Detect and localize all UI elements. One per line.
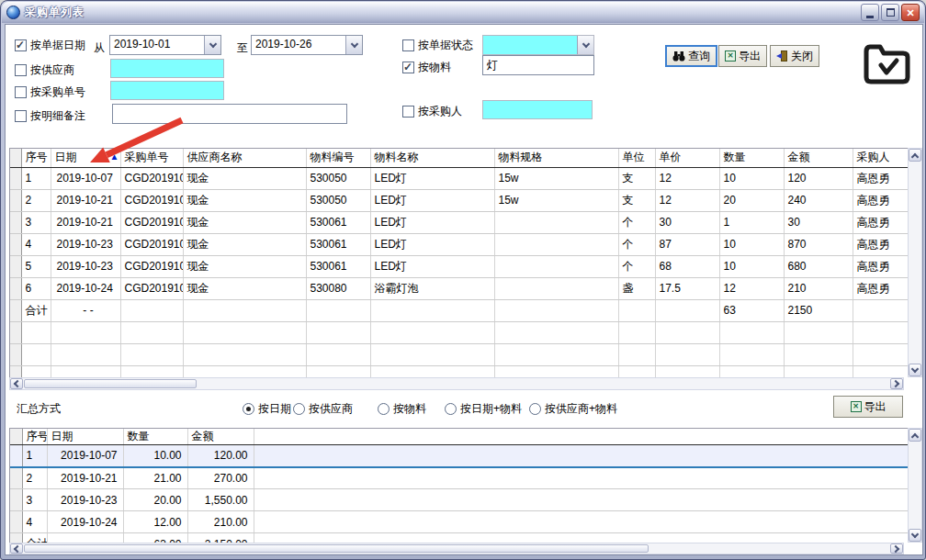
cell[interactable]: 高恩勇 bbox=[853, 211, 908, 233]
hscroll-thumb[interactable] bbox=[24, 379, 197, 388]
cell[interactable]: 4 bbox=[22, 511, 47, 533]
cell[interactable]: 2019-10-21 bbox=[51, 189, 120, 211]
col-header-seq[interactable]: 序号 bbox=[21, 149, 51, 167]
col-header-qty[interactable]: 数量 bbox=[719, 149, 784, 167]
cell[interactable]: 120.00 bbox=[187, 445, 254, 467]
checkbox-by-material[interactable] bbox=[402, 62, 414, 73]
filter-by-material[interactable]: 按物料 bbox=[402, 60, 451, 75]
cell[interactable]: 现金 bbox=[183, 233, 306, 255]
cell[interactable]: 2 bbox=[21, 189, 51, 211]
titlebar[interactable]: 采购单列表 bbox=[2, 2, 924, 23]
cell[interactable]: 1 bbox=[22, 445, 47, 467]
cell[interactable] bbox=[853, 299, 908, 321]
cell[interactable] bbox=[306, 299, 370, 321]
cell[interactable]: 个 bbox=[618, 211, 655, 233]
cell[interactable]: 高恩勇 bbox=[853, 255, 908, 277]
col-header-material-no[interactable]: 物料编号 bbox=[306, 149, 370, 167]
total-row[interactable]: 合计63.002,150.00 bbox=[10, 533, 908, 543]
cell[interactable]: 现金 bbox=[183, 255, 306, 277]
cell[interactable] bbox=[254, 489, 908, 511]
cell[interactable] bbox=[618, 365, 655, 377]
cell[interactable]: 支 bbox=[618, 167, 655, 189]
checkbox-by-detail-note[interactable] bbox=[15, 110, 27, 122]
cell[interactable]: 2019-10-07 bbox=[51, 167, 120, 189]
cell[interactable]: 3 bbox=[21, 211, 51, 233]
cell[interactable]: 现金 bbox=[183, 189, 306, 211]
table-row[interactable]: 52019-10-23CGD2019100现金530061LED灯个681068… bbox=[10, 255, 908, 277]
cell[interactable]: 30 bbox=[784, 211, 853, 233]
date-to-combo[interactable]: 2019-10-26 bbox=[251, 35, 363, 55]
scroll-left-button[interactable] bbox=[10, 543, 23, 554]
cell[interactable]: 30 bbox=[655, 211, 719, 233]
filter-by-po-number[interactable]: 按采购单号 bbox=[15, 84, 85, 100]
cell[interactable]: 1 bbox=[719, 211, 784, 233]
checkbox-by-purchaser[interactable] bbox=[402, 106, 414, 118]
cell[interactable] bbox=[254, 467, 908, 489]
cell[interactable]: 530050 bbox=[306, 167, 370, 189]
cell[interactable]: 2019-10-23 bbox=[51, 233, 120, 255]
hscroll-thumb[interactable] bbox=[24, 544, 649, 553]
col-header-supplier[interactable]: 供应商名称 bbox=[183, 149, 306, 167]
cell[interactable] bbox=[853, 343, 908, 365]
cell[interactable] bbox=[655, 321, 719, 343]
cell[interactable]: 2019-10-24 bbox=[47, 511, 123, 533]
checkbox-by-date[interactable] bbox=[15, 39, 27, 51]
cell[interactable] bbox=[183, 299, 306, 321]
cell[interactable]: 1,550.00 bbox=[187, 489, 254, 511]
cell[interactable] bbox=[120, 365, 183, 377]
table-row[interactable]: 12019-10-07CGD2019100现金530050LED灯15w支121… bbox=[10, 167, 908, 189]
table-row[interactable]: 22019-10-2121.00270.00 bbox=[10, 467, 908, 489]
cell[interactable]: 现金 bbox=[183, 167, 306, 189]
cell[interactable]: CGD2019100 bbox=[120, 277, 183, 299]
cell[interactable] bbox=[494, 255, 618, 277]
cell[interactable]: 2019-10-07 bbox=[47, 445, 123, 467]
scroll-right-button[interactable] bbox=[890, 378, 903, 389]
cell[interactable]: 现金 bbox=[183, 277, 306, 299]
cell[interactable] bbox=[120, 299, 183, 321]
cell[interactable]: 2150 bbox=[784, 299, 853, 321]
summary-export-button[interactable]: 导出 bbox=[833, 396, 903, 418]
cell[interactable] bbox=[370, 321, 494, 343]
purchaser-input[interactable] bbox=[482, 100, 593, 119]
date-to-value[interactable]: 2019-10-26 bbox=[252, 36, 345, 54]
cell[interactable] bbox=[120, 343, 183, 365]
empty-row[interactable] bbox=[10, 343, 908, 365]
radio-icon[interactable] bbox=[529, 403, 541, 415]
cell[interactable]: 合计 bbox=[21, 299, 51, 321]
radio-by-supplier[interactable]: 按供应商 bbox=[293, 401, 353, 417]
cell[interactable]: 240 bbox=[784, 189, 853, 211]
col-header-purchaser[interactable]: 采购人 bbox=[853, 149, 908, 167]
supplier-input[interactable] bbox=[110, 59, 224, 78]
cell[interactable] bbox=[618, 343, 655, 365]
empty-row[interactable] bbox=[10, 365, 908, 377]
cell[interactable]: 支 bbox=[618, 189, 655, 211]
cell[interactable]: 68 bbox=[655, 255, 719, 277]
cell[interactable] bbox=[183, 365, 306, 377]
col-header-unit-price[interactable]: 单价 bbox=[655, 149, 719, 167]
close-form-button[interactable]: 关闭 bbox=[770, 45, 819, 67]
cell[interactable] bbox=[719, 321, 784, 343]
cell[interactable] bbox=[655, 343, 719, 365]
cell[interactable] bbox=[183, 343, 306, 365]
cell[interactable] bbox=[494, 343, 618, 365]
table-row[interactable]: 32019-10-2320.001,550.00 bbox=[10, 489, 908, 511]
cell[interactable]: CGD2019100 bbox=[120, 255, 183, 277]
cell[interactable]: 530050 bbox=[306, 189, 370, 211]
cell[interactable] bbox=[370, 299, 494, 321]
cell[interactable]: CGD2019100 bbox=[120, 211, 183, 233]
col-header-qty[interactable]: 数量 bbox=[123, 429, 187, 445]
cell[interactable] bbox=[853, 321, 908, 343]
filter-by-doc-status[interactable]: 按单据状态 bbox=[402, 38, 473, 53]
cell[interactable]: 210 bbox=[784, 277, 853, 299]
cell[interactable] bbox=[306, 321, 370, 343]
cell[interactable]: 120 bbox=[784, 167, 853, 189]
doc-status-value[interactable] bbox=[483, 36, 577, 54]
cell[interactable] bbox=[51, 343, 120, 365]
cell[interactable] bbox=[784, 365, 853, 377]
cell[interactable] bbox=[618, 299, 655, 321]
cell[interactable]: 12 bbox=[655, 167, 719, 189]
radio-icon[interactable] bbox=[445, 403, 457, 415]
cell[interactable] bbox=[51, 365, 120, 377]
cell[interactable]: 个 bbox=[618, 233, 655, 255]
cell[interactable] bbox=[21, 321, 51, 343]
